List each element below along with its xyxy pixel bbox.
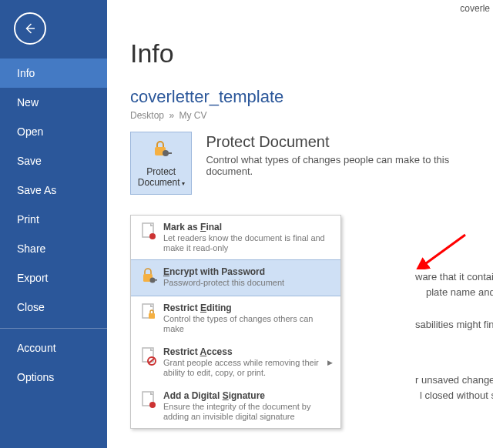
back-arrow-icon: [23, 22, 37, 35]
document-final-icon: [139, 222, 159, 245]
sidebar-separator: [0, 328, 107, 329]
menu-item-restrict-editing[interactable]: Restrict Editing Control the types of ch…: [131, 296, 340, 340]
sidebar-item-account[interactable]: Account: [0, 333, 107, 363]
menu-desc: Ensure the integrity of the document by …: [163, 402, 333, 422]
sidebar-item-saveas[interactable]: Save As: [0, 176, 107, 205]
document-title: coverletter_template: [130, 87, 493, 107]
page-title: Info: [130, 38, 493, 69]
background-text: ware that it contains: plate name and au…: [415, 254, 493, 388]
chevron-down-icon: ▾: [182, 180, 185, 187]
back-button[interactable]: [14, 12, 46, 45]
menu-item-mark-final[interactable]: Mark as Final Let readers know the docum…: [131, 216, 340, 259]
menu-title: Add a Digital Signature: [163, 390, 333, 401]
breadcrumb-part: Desktop: [130, 110, 164, 121]
sidebar-item-info[interactable]: Info: [0, 59, 107, 88]
document-no-icon: [139, 346, 159, 369]
menu-item-encrypt[interactable]: Encrypt with Password Password-protect t…: [131, 259, 340, 296]
svg-rect-2: [168, 152, 172, 154]
menu-desc: Let readers know the document is final a…: [163, 233, 333, 253]
sidebar-item-new[interactable]: New: [0, 88, 107, 117]
sidebar-item-export[interactable]: Export: [0, 263, 107, 293]
svg-rect-7: [155, 279, 158, 281]
backstage-sidebar: Info New Open Save Save As Print Share E…: [0, 0, 107, 448]
svg-point-1: [163, 150, 169, 156]
breadcrumb: Desktop » My CV: [130, 110, 493, 121]
sidebar-item-options[interactable]: Options: [0, 363, 107, 392]
main-area: coverle Info coverletter_template Deskto…: [107, 0, 493, 448]
svg-point-4: [149, 233, 156, 239]
document-signature-icon: [139, 390, 159, 413]
sidebar-item-share[interactable]: Share: [0, 234, 107, 263]
menu-desc: Control the types of changes others can …: [163, 314, 333, 334]
breadcrumb-part: My CV: [179, 110, 206, 121]
lock-key-icon: [150, 138, 172, 162]
document-lock-icon: [139, 303, 159, 326]
menu-item-digital-signature[interactable]: Add a Digital Signature Ensure the integ…: [131, 384, 340, 428]
menu-title: Mark as Final: [163, 222, 333, 232]
svg-rect-9: [149, 313, 155, 319]
svg-point-14: [149, 402, 156, 408]
breadcrumb-sep: »: [169, 110, 174, 121]
menu-desc: Password-protect this document: [163, 278, 333, 288]
menu-item-restrict-access[interactable]: Restrict Access Grant people access whil…: [131, 340, 340, 384]
sidebar-item-print[interactable]: Print: [0, 205, 107, 234]
lock-key-icon: [139, 266, 159, 289]
sidebar-item-open[interactable]: Open: [0, 117, 107, 146]
menu-title: Restrict Access: [163, 346, 327, 357]
menu-title: Restrict Editing: [163, 303, 333, 313]
protect-document-button[interactable]: Protect Document▾: [130, 132, 192, 195]
protect-document-menu: Mark as Final Let readers know the docum…: [130, 215, 341, 429]
submenu-arrow-icon: ▶: [327, 359, 333, 366]
title-bar-fragment: coverle: [460, 3, 490, 14]
protect-description: Control what types of changes people can…: [206, 154, 493, 177]
sidebar-item-close[interactable]: Close: [0, 293, 107, 322]
svg-point-6: [150, 278, 156, 283]
protect-heading: Protect Document: [206, 133, 493, 151]
menu-title: Encrypt with Password: [163, 266, 333, 277]
sidebar-item-save[interactable]: Save: [0, 146, 107, 176]
tile-label: Protect Document▾: [131, 166, 191, 189]
menu-desc: Grant people access while removing their…: [163, 358, 327, 378]
